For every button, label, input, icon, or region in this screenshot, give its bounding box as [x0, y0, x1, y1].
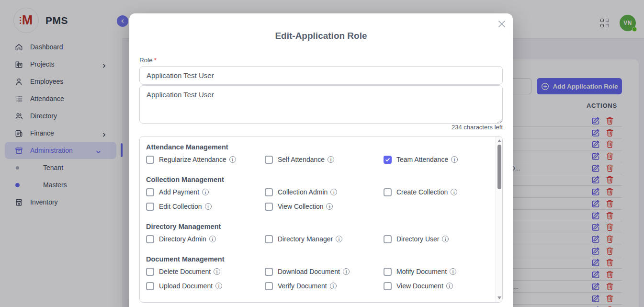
close-button[interactable]: [497, 19, 507, 30]
checkbox[interactable]: [146, 203, 154, 211]
permission-checkbox-item[interactable]: View Collectioni: [265, 202, 384, 211]
role-input[interactable]: [139, 66, 503, 85]
edit-application-role-modal: Edit-Application Role Role* Description*…: [129, 13, 513, 307]
permission-label: Delete Document: [159, 268, 211, 275]
permission-checkbox-item[interactable]: Edit Collectioni: [146, 202, 265, 211]
permission-checkbox-item[interactable]: Download Documenti: [265, 267, 384, 276]
permission-checkbox-item[interactable]: Team Attendancei: [384, 155, 490, 164]
app-root: M PMS DashboardProjectsEmployeesAttendan…: [0, 0, 644, 307]
info-icon[interactable]: i: [442, 236, 449, 242]
checkbox[interactable]: [384, 268, 392, 276]
info-icon[interactable]: i: [336, 236, 342, 242]
scroll-down-icon[interactable]: [497, 296, 501, 299]
permission-label: Verify Document: [278, 282, 327, 290]
info-icon[interactable]: i: [229, 156, 236, 163]
permission-label: Collection Admin: [278, 188, 328, 196]
permission-checkbox-item[interactable]: Directory Manageri: [265, 234, 384, 244]
checkbox[interactable]: [265, 188, 273, 196]
checkbox[interactable]: [146, 235, 154, 243]
modal-title: Edit-Application Role: [129, 31, 513, 41]
info-icon[interactable]: i: [343, 268, 350, 275]
checkbox[interactable]: [384, 188, 392, 196]
permission-label: Directory Admin: [159, 235, 206, 243]
info-icon[interactable]: i: [330, 283, 337, 289]
permission-checkbox-item[interactable]: Add Paymenti: [146, 187, 265, 197]
info-icon[interactable]: i: [215, 283, 222, 289]
permission-checkbox-item[interactable]: Self Attendancei: [265, 155, 384, 164]
permission-label: Directory User: [396, 235, 439, 243]
close-icon: [498, 21, 505, 27]
permission-label: View Collection: [278, 203, 323, 210]
permission-checkbox-item[interactable]: Regularize Attendancei: [146, 155, 265, 164]
info-icon[interactable]: i: [451, 156, 458, 163]
permission-checkbox-item[interactable]: Upload Documenti: [146, 281, 265, 291]
scroll-up-icon[interactable]: [497, 139, 501, 142]
checkbox[interactable]: [265, 282, 273, 290]
description-textarea[interactable]: Application Test User: [139, 85, 503, 124]
info-icon[interactable]: i: [202, 189, 209, 195]
permission-section-title: Attendance Management: [146, 142, 490, 152]
permissions-container: Attendance ManagementRegularize Attendan…: [139, 136, 503, 303]
info-icon[interactable]: i: [450, 268, 456, 275]
permission-grid: Delete DocumentiDownload DocumentiMofify…: [146, 267, 490, 291]
permission-label: Create Collection: [396, 188, 448, 196]
permission-label: Directory Manager: [278, 235, 333, 243]
info-icon[interactable]: i: [326, 203, 333, 210]
permission-section-title: Directory Management: [146, 222, 490, 231]
permission-checkbox-item[interactable]: View Documenti: [384, 281, 490, 291]
checkbox[interactable]: [384, 282, 392, 290]
checkbox[interactable]: [146, 188, 154, 196]
info-icon[interactable]: i: [214, 268, 220, 275]
info-icon[interactable]: i: [446, 283, 453, 289]
checkbox[interactable]: [146, 268, 154, 276]
permissions-scrollbar[interactable]: [496, 136, 502, 302]
info-icon[interactable]: i: [451, 189, 457, 195]
permission-grid: Directory AdminiDirectory ManageriDirect…: [146, 234, 490, 244]
permission-label: Upload Document: [159, 282, 213, 290]
permission-label: Mofify Document: [396, 268, 447, 275]
permission-checkbox-item[interactable]: Create Collectioni: [384, 187, 490, 197]
role-label: Role*: [139, 57, 157, 64]
info-icon[interactable]: i: [209, 236, 216, 242]
permission-checkbox-item[interactable]: Directory Admini: [146, 234, 265, 244]
permission-label: Edit Collection: [159, 203, 202, 210]
checkbox[interactable]: [146, 282, 154, 290]
checkbox[interactable]: [384, 235, 392, 243]
scrollbar-thumb[interactable]: [497, 145, 501, 189]
info-icon[interactable]: i: [328, 156, 334, 163]
permissions-list: Attendance ManagementRegularize Attendan…: [140, 136, 497, 299]
permission-grid: Regularize AttendanceiSelf AttendanceiTe…: [146, 155, 490, 164]
checkbox[interactable]: [265, 268, 273, 276]
checkbox[interactable]: [146, 156, 154, 164]
permission-checkbox-item[interactable]: Delete Documenti: [146, 267, 265, 276]
permission-checkbox-item[interactable]: Collection Admini: [265, 187, 384, 197]
checkbox[interactable]: [265, 235, 273, 243]
permission-label: Add Payment: [159, 188, 199, 196]
permission-label: Regularize Attendance: [159, 156, 226, 163]
checkbox[interactable]: [265, 203, 273, 211]
permission-checkbox-item[interactable]: Directory Useri: [384, 234, 490, 244]
permission-label: Download Document: [278, 268, 340, 275]
permission-label: View Document: [396, 282, 443, 290]
permission-label: Team Attendance: [396, 156, 448, 163]
required-mark: *: [154, 57, 157, 64]
info-icon[interactable]: i: [330, 189, 337, 195]
permission-section-title: Collection Management: [146, 175, 490, 184]
checkbox-checked[interactable]: [384, 156, 392, 164]
characters-left-counter: 234 characters left: [452, 124, 503, 131]
info-icon[interactable]: i: [205, 203, 212, 210]
permission-checkbox-item[interactable]: Verify Documenti: [265, 281, 384, 291]
checkbox[interactable]: [265, 156, 273, 164]
permission-grid: Add PaymentiCollection AdminiCreate Coll…: [146, 187, 490, 211]
permission-label: Self Attendance: [278, 156, 325, 163]
permission-checkbox-item[interactable]: Mofify Documenti: [384, 267, 490, 276]
permission-section-title: Document Management: [146, 254, 490, 264]
